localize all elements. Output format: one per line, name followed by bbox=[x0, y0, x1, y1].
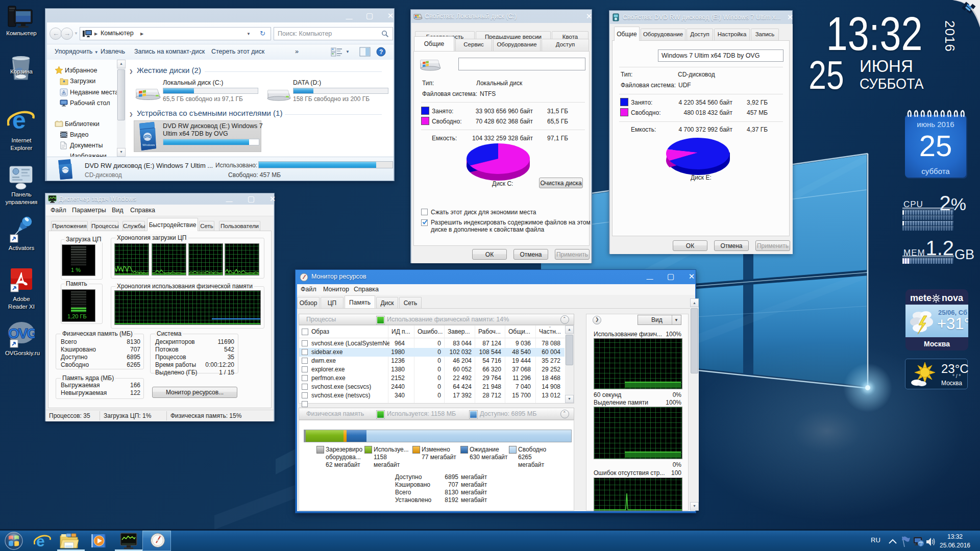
svg-text:OVG: OVG bbox=[8, 325, 35, 341]
svg-text:?: ? bbox=[379, 48, 383, 56]
svg-text:e: e bbox=[12, 107, 26, 134]
svg-text:Windows 7: Windows 7 bbox=[142, 143, 158, 146]
